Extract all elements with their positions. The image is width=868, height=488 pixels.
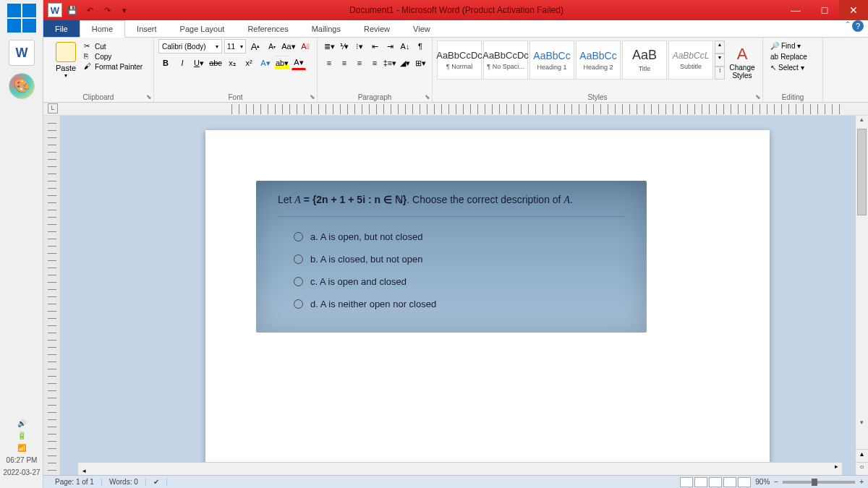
save-icon[interactable]: 💾 [65, 3, 80, 17]
document-canvas[interactable]: Let A = {2n + 1 + 5i : n ∈ ℕ}. Choose th… [61, 116, 855, 488]
clear-formatting-button[interactable]: Aͯ [298, 39, 312, 53]
full-screen-view[interactable] [694, 477, 707, 487]
style-subtitle[interactable]: AaBbCcLSubtitle [668, 40, 713, 80]
network-icon[interactable]: 📶 [0, 444, 43, 452]
prev-page-icon[interactable]: ▴ [856, 449, 868, 462]
clock-date[interactable]: 2022-03-27 [0, 468, 43, 476]
subscript-button[interactable]: x₂ [225, 56, 239, 70]
tab-mailings[interactable]: Mailings [300, 20, 352, 37]
tab-view[interactable]: View [401, 20, 442, 37]
align-left-button[interactable]: ≡ [322, 56, 336, 70]
print-layout-view[interactable] [680, 477, 693, 487]
bold-button[interactable]: B [158, 56, 173, 70]
help-icon[interactable]: ? [852, 20, 864, 32]
shading-button[interactable]: ◢▾ [398, 56, 412, 70]
multilevel-button[interactable]: ⁝▾ [352, 39, 367, 53]
tab-insert[interactable]: Insert [125, 20, 169, 37]
shrink-font-button[interactable]: A▾ [265, 39, 279, 53]
show-marks-button[interactable]: ¶ [413, 39, 427, 53]
align-center-button[interactable]: ≡ [337, 56, 352, 70]
select-button[interactable]: ↖Select▾ [770, 64, 814, 72]
font-name-select[interactable]: Calibri (Body)▾ [158, 39, 222, 53]
change-case-button[interactable]: Aa▾ [281, 39, 296, 53]
style-heading2[interactable]: AaBbCcHeading 2 [576, 40, 621, 80]
borders-button[interactable]: ⊞▾ [413, 56, 427, 70]
sound-icon[interactable]: 🔊 [0, 419, 43, 427]
web-layout-view[interactable] [709, 477, 722, 487]
style-heading1[interactable]: AaBbCcHeading 1 [529, 40, 574, 80]
page-indicator[interactable]: Page: 1 of 1 [48, 478, 102, 486]
close-button[interactable]: ✕ [839, 0, 868, 20]
tab-file[interactable]: File [43, 20, 80, 37]
decrease-indent-button[interactable]: ⇤ [367, 39, 382, 53]
style-normal[interactable]: AaBbCcDc¶ Normal [437, 40, 482, 80]
grow-font-button[interactable]: A▴ [248, 39, 263, 53]
styles-up-icon[interactable]: ▴ [715, 40, 725, 53]
app-icon[interactable]: W [48, 3, 62, 17]
zoom-in-button[interactable]: + [859, 478, 864, 486]
draft-view[interactable] [738, 477, 751, 487]
find-button[interactable]: 🔎Find▾ [770, 42, 814, 50]
italic-button[interactable]: I [175, 56, 190, 70]
scroll-down-icon[interactable]: ▾ [856, 419, 868, 430]
change-styles-button[interactable]: A Change Styles [726, 40, 758, 80]
tab-home[interactable]: Home [80, 20, 125, 38]
browse-object-icon[interactable]: ○ [856, 462, 868, 475]
replace-button[interactable]: abReplace [770, 53, 814, 61]
tab-page-layout[interactable]: Page Layout [169, 20, 237, 37]
tab-references[interactable]: References [236, 20, 299, 37]
line-spacing-button[interactable]: ‡≡▾ [383, 56, 397, 70]
text-effects-button[interactable]: A▾ [258, 56, 273, 70]
clipboard-launcher-icon[interactable]: ⬊ [146, 93, 152, 100]
bullets-button[interactable]: ≣▾ [322, 39, 336, 53]
undo-icon[interactable]: ↶ [82, 3, 97, 17]
paragraph-launcher-icon[interactable]: ⬊ [425, 93, 430, 100]
battery-icon[interactable]: 🔋 [0, 432, 43, 440]
cut-button[interactable]: ✂Cut [84, 42, 149, 51]
increase-indent-button[interactable]: ⇥ [383, 39, 397, 53]
align-right-button[interactable]: ≡ [352, 56, 367, 70]
tab-selector[interactable]: L [48, 103, 58, 114]
proofing-icon[interactable]: ✔ [146, 478, 167, 486]
tab-review[interactable]: Review [352, 20, 401, 37]
outline-view[interactable] [723, 477, 736, 487]
numbering-button[interactable]: ⅟▾ [337, 39, 352, 53]
maximize-button[interactable]: □ [810, 0, 839, 20]
windows-logo-icon[interactable] [7, 4, 36, 33]
minimize-button[interactable]: — [781, 0, 810, 20]
word-count[interactable]: Words: 0 [102, 478, 146, 486]
ribbon-minimize-icon[interactable]: ˆ [846, 20, 849, 37]
scroll-up-icon[interactable]: ▴ [856, 116, 868, 127]
vertical-scrollbar[interactable]: ▴ ▾ ▴ ○ ▾ [855, 116, 868, 488]
format-painter-button[interactable]: 🖌Format Painter [84, 62, 149, 71]
vertical-ruler[interactable] [43, 116, 61, 488]
font-launcher-icon[interactable]: ⬊ [310, 93, 315, 100]
justify-button[interactable]: ≡ [367, 56, 382, 70]
paint-taskbar-icon[interactable]: 🎨 [9, 73, 35, 99]
scroll-right-icon[interactable]: ▸ [830, 463, 842, 474]
clock-time[interactable]: 06:27 PM [0, 456, 43, 464]
styles-more-icon[interactable]: ⁞ [715, 67, 725, 80]
underline-button[interactable]: U▾ [192, 56, 206, 70]
style-no-spacing[interactable]: AaBbCcDc¶ No Spaci... [483, 40, 528, 80]
style-title[interactable]: AaBTitle [622, 40, 667, 80]
qat-more-icon[interactable]: ▾ [117, 3, 132, 17]
redo-icon[interactable]: ↷ [100, 3, 114, 17]
zoom-slider[interactable] [783, 481, 855, 484]
word-taskbar-icon[interactable]: W [9, 40, 35, 66]
strikethrough-button[interactable]: abc [208, 56, 223, 70]
styles-down-icon[interactable]: ▾ [715, 53, 725, 67]
copy-button[interactable]: ⎘Copy [84, 52, 149, 61]
zoom-level[interactable]: 90% [755, 478, 770, 486]
paste-button[interactable]: Paste ▾ [48, 39, 84, 79]
horizontal-scrollbar[interactable]: ◂ ▸ [78, 462, 842, 475]
scroll-thumb[interactable] [857, 129, 867, 215]
font-size-select[interactable]: 11▾ [224, 39, 246, 53]
font-color-button[interactable]: A▾ [292, 56, 306, 70]
sort-button[interactable]: A↓ [398, 39, 412, 53]
zoom-out-button[interactable]: − [774, 478, 778, 486]
highlight-button[interactable]: ab▾ [275, 56, 289, 70]
styles-launcher-icon[interactable]: ⬊ [755, 93, 761, 100]
embedded-image[interactable]: Let A = {2n + 1 + 5i : n ∈ ℕ}. Choose th… [256, 181, 647, 333]
horizontal-ruler[interactable]: L [43, 103, 868, 116]
